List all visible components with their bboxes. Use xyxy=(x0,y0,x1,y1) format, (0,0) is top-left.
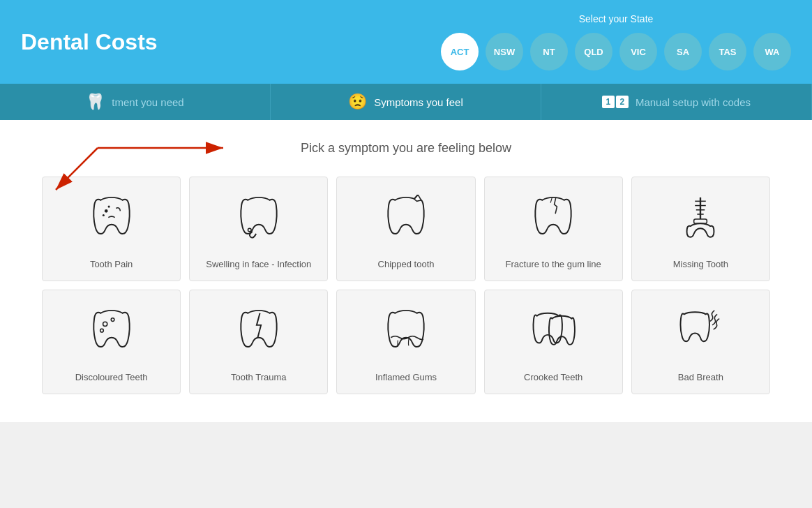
tooth-trauma-icon xyxy=(234,301,283,363)
tab-manual-label: Manual setup with codes xyxy=(636,96,751,108)
state-buttons: ACT NSW NT QLD VIC SA TAS WA xyxy=(441,33,791,70)
inflamed-gums-label: Inflamed Gums xyxy=(375,371,437,384)
tooth-pain-label: Tooth Pain xyxy=(90,258,133,271)
svg-point-15 xyxy=(111,318,114,322)
swelling-label: Swelling in face - Infection xyxy=(206,258,311,271)
discoloured-label: Discoloured Teeth xyxy=(75,371,148,384)
tab-symptoms[interactable]: 😟 Symptoms you feel xyxy=(271,84,541,120)
state-selector: Select your State ACT NSW NT QLD VIC SA … xyxy=(441,13,791,70)
tooth-trauma-label: Tooth Trauma xyxy=(231,371,287,384)
chipped-label: Chipped tooth xyxy=(378,258,435,271)
face-icon: 😟 xyxy=(348,93,367,111)
state-btn-nsw[interactable]: NSW xyxy=(486,33,523,70)
fracture-label: Fracture to the gum line xyxy=(506,258,601,271)
state-btn-sa[interactable]: SA xyxy=(664,33,702,70)
treatment-icon: 🦷 xyxy=(86,93,105,111)
bad-breath-label: Bad Breath xyxy=(678,371,723,384)
state-btn-vic[interactable]: VIC xyxy=(619,33,657,70)
state-btn-qld[interactable]: QLD xyxy=(575,33,612,70)
discoloured-icon xyxy=(87,301,136,363)
missing-icon xyxy=(676,188,725,250)
missing-label: Missing Tooth xyxy=(673,258,728,271)
svg-point-16 xyxy=(100,329,103,332)
symptom-discoloured[interactable]: Discoloured Teeth xyxy=(42,290,181,394)
crooked-teeth-icon xyxy=(529,301,578,363)
pick-instruction: Pick a symptom you are feeling below xyxy=(42,141,770,156)
tooth-pain-icon xyxy=(87,188,136,250)
header: Dental Costs Select your State ACT NSW N… xyxy=(0,0,812,84)
symptom-inflamed-gums[interactable]: Inflamed Gums xyxy=(336,290,475,394)
symptom-tooth-trauma[interactable]: Tooth Trauma xyxy=(189,290,328,394)
symptom-bad-breath[interactable]: Bad Breath xyxy=(631,290,770,394)
tab-treatment[interactable]: 🦷 tment you need xyxy=(0,84,271,120)
inflamed-gums-icon xyxy=(382,301,430,363)
tab-symptoms-label: Symptoms you feel xyxy=(374,96,463,108)
symptom-missing[interactable]: Missing Tooth xyxy=(631,177,770,281)
svg-point-4 xyxy=(104,209,107,213)
tab-treatment-label: tment you need xyxy=(112,96,183,108)
symptom-tooth-pain[interactable]: Tooth Pain xyxy=(42,177,181,281)
symptom-fracture[interactable]: Fracture to the gum line xyxy=(484,177,623,281)
nav-tabs: 🦷 tment you need 😟 Symptoms you feel 1 2… xyxy=(0,84,812,120)
state-btn-tas[interactable]: TAS xyxy=(709,33,746,70)
crooked-teeth-label: Crooked Teeth xyxy=(524,371,582,384)
tab-manual[interactable]: 1 2 Manual setup with codes xyxy=(541,84,812,120)
symptom-crooked-teeth[interactable]: Crooked Teeth xyxy=(484,290,623,394)
swelling-icon xyxy=(234,188,283,250)
symptom-grid: Tooth Pain Swelling in face - Infection xyxy=(42,177,770,394)
state-label: Select your State xyxy=(579,13,654,24)
state-btn-wa[interactable]: WA xyxy=(753,33,791,70)
svg-point-7 xyxy=(248,228,251,232)
number-box: 1 2 xyxy=(602,96,629,108)
svg-point-6 xyxy=(107,205,110,207)
svg-point-14 xyxy=(103,322,107,326)
svg-point-5 xyxy=(102,214,104,216)
number-1: 1 xyxy=(602,96,615,108)
app-title: Dental Costs xyxy=(21,29,158,55)
state-btn-nt[interactable]: NT xyxy=(530,33,568,70)
number-2: 2 xyxy=(616,96,629,108)
symptom-swelling[interactable]: Swelling in face - Infection xyxy=(189,177,328,281)
main-content: Pick a symptom you are feeling below Too… xyxy=(0,120,812,422)
bad-breath-icon xyxy=(676,301,725,363)
state-btn-act[interactable]: ACT xyxy=(441,33,479,70)
symptom-chipped[interactable]: Chipped tooth xyxy=(336,177,475,281)
fracture-icon xyxy=(529,188,578,250)
chipped-icon xyxy=(382,188,430,250)
